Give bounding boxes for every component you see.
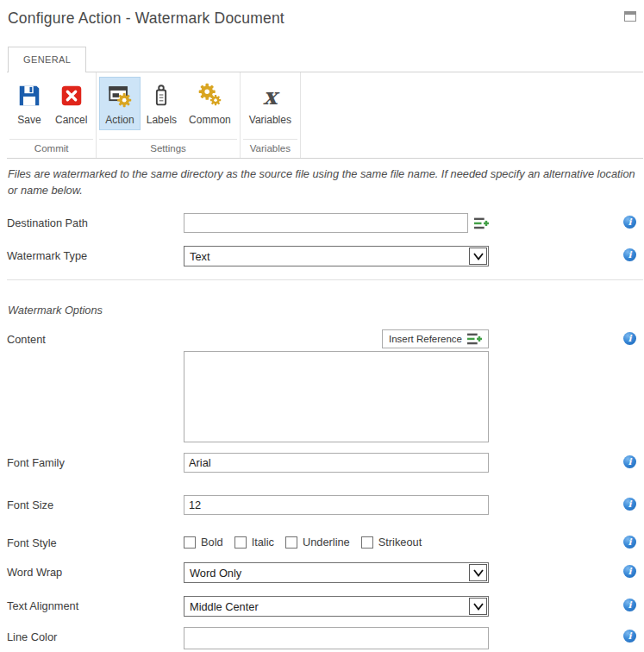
checkbox-bold[interactable]: Bold	[184, 536, 223, 549]
font-size-label: Font Size	[7, 495, 184, 511]
info-icon[interactable]: i	[623, 332, 636, 345]
save-button-label: Save	[17, 114, 41, 126]
italic-checkbox-label: Italic	[252, 536, 274, 549]
action-description: Files are watermarked to the same direct…	[8, 166, 636, 198]
font-family-label: Font Family	[7, 453, 184, 469]
labels-button[interactable]: Labels	[141, 77, 183, 130]
underline-checkbox-box[interactable]	[285, 536, 297, 549]
labels-tag-icon	[147, 82, 175, 110]
content-label: Content	[7, 329, 184, 346]
cancel-x-icon	[58, 82, 85, 110]
dialog-title: Configure Action - Watermark Document	[8, 9, 284, 28]
content-textarea[interactable]	[184, 351, 489, 442]
labels-button-label: Labels	[147, 114, 177, 126]
row-text-alignment: Text Alignment Middle Center i	[0, 596, 644, 617]
action-button-label: Action	[105, 114, 134, 126]
text-alignment-value: Middle Center	[184, 600, 468, 613]
watermark-type-select[interactable]: Text	[184, 246, 489, 266]
variables-button[interactable]: x Variables	[243, 77, 297, 130]
watermark-type-value: Text	[184, 250, 468, 263]
row-watermark-type: Watermark Type Text i	[0, 246, 644, 266]
variables-button-label: Variables	[249, 114, 291, 126]
watermark-form: Destination Path i Watermark Type Text	[0, 213, 644, 649]
row-destination-path: Destination Path i	[0, 213, 644, 233]
ribbon-group-label-settings: Settings	[99, 139, 236, 158]
save-button[interactable]: Save	[9, 77, 49, 130]
checkbox-italic[interactable]: Italic	[234, 536, 274, 549]
maximize-window-icon[interactable]	[624, 11, 636, 22]
word-wrap-value: Word Only	[184, 567, 468, 580]
chevron-down-icon	[469, 248, 487, 265]
window-icon-titlebar	[625, 12, 635, 15]
row-font-family: Font Family i	[0, 453, 644, 473]
insert-reference-button-label: Insert Reference	[389, 334, 462, 344]
info-icon[interactable]: i	[623, 216, 636, 229]
row-word-wrap: Word Wrap Word Only i	[0, 562, 644, 583]
row-font-size: Font Size i	[0, 495, 644, 515]
ribbon-group-settings: Action Labels	[97, 72, 240, 158]
chevron-down-icon	[469, 564, 487, 581]
chevron-down-icon	[469, 598, 487, 615]
tab-strip: GENERAL	[0, 47, 644, 72]
row-line-color: Line Color i	[0, 627, 644, 649]
ribbon-toolbar: Save Cancel Commit	[7, 72, 643, 159]
cancel-button[interactable]: Cancel	[49, 77, 93, 130]
underline-checkbox-label: Underline	[303, 536, 350, 549]
bold-checkbox-box[interactable]	[184, 536, 196, 549]
row-font-style: Font Style Bold Italic Underline Strikeo…	[0, 533, 644, 549]
info-icon[interactable]: i	[623, 536, 636, 549]
text-alignment-select[interactable]: Middle Center	[184, 596, 489, 617]
tab-general[interactable]: GENERAL	[8, 47, 86, 72]
italic-checkbox-box[interactable]	[234, 536, 247, 549]
word-wrap-label: Word Wrap	[7, 562, 184, 579]
word-wrap-select[interactable]: Word Only	[184, 562, 489, 583]
configure-action-dialog: Configure Action - Watermark Document GE…	[0, 0, 644, 652]
bold-checkbox-label: Bold	[201, 536, 223, 549]
common-button-label: Common	[189, 114, 231, 126]
watermark-options-heading: Watermark Options	[8, 304, 636, 317]
watermark-type-label: Watermark Type	[7, 246, 184, 262]
insert-reference-button[interactable]: Insert Reference	[382, 329, 489, 348]
text-alignment-label: Text Alignment	[7, 596, 184, 612]
ribbon-group-commit: Save Cancel Commit	[7, 72, 97, 158]
action-window-gear-icon	[106, 82, 134, 110]
ribbon-group-label-variables: Variables	[243, 139, 297, 158]
checkbox-underline[interactable]: Underline	[285, 536, 350, 549]
info-icon[interactable]: i	[623, 565, 636, 578]
ribbon-group-variables: x Variables Variables	[241, 72, 301, 158]
info-icon[interactable]: i	[623, 248, 636, 261]
font-style-label: Font Style	[7, 533, 184, 549]
title-bar: Configure Action - Watermark Document	[0, 0, 644, 28]
line-color-label: Line Color	[7, 627, 184, 643]
info-icon[interactable]: i	[623, 455, 636, 468]
ribbon-group-label-commit: Commit	[9, 139, 93, 158]
insert-reference-icon[interactable]	[474, 217, 489, 229]
insert-reference-icon	[467, 333, 482, 345]
common-gears-icon	[196, 82, 223, 110]
info-icon[interactable]: i	[623, 630, 636, 643]
variables-x-icon: x	[256, 82, 284, 110]
destination-path-input[interactable]	[184, 213, 468, 233]
info-icon[interactable]: i	[623, 599, 636, 611]
info-icon[interactable]: i	[623, 498, 636, 511]
row-content: Content Insert Reference i	[0, 329, 644, 442]
strikeout-checkbox-label: Strikeout	[378, 536, 422, 549]
destination-path-label: Destination Path	[7, 213, 184, 229]
checkbox-strikeout[interactable]: Strikeout	[361, 536, 422, 549]
action-button[interactable]: Action	[99, 77, 140, 130]
save-floppy-icon	[16, 82, 43, 110]
section-divider	[7, 279, 643, 280]
font-family-input[interactable]	[184, 453, 489, 473]
strikeout-checkbox-box[interactable]	[361, 536, 373, 549]
common-button[interactable]: Common	[183, 77, 237, 130]
line-color-input[interactable]	[184, 627, 489, 649]
cancel-button-label: Cancel	[55, 114, 87, 126]
font-size-input[interactable]	[184, 495, 489, 515]
